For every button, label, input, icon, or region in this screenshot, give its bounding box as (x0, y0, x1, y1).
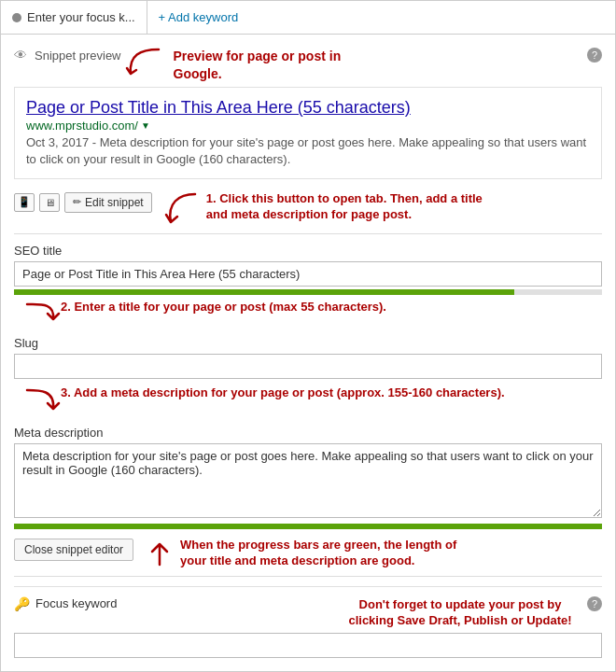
arrow-left-icon-3 (14, 385, 61, 416)
focus-keyword-tab[interactable]: Enter your focus k... (1, 1, 147, 34)
snippet-title[interactable]: Page or Post Title in This Area Here (55… (26, 97, 590, 119)
snippet-toolbar-row: 📱 🖥 ✏ Edit snippet 1. Click this button … (14, 189, 602, 228)
meta-desc-progress-bar (14, 524, 602, 529)
tab-label: Enter your focus k... (27, 10, 135, 24)
seo-title-input[interactable] (14, 261, 602, 287)
close-annotation-row: Close snippet editor When the progress b… (14, 531, 602, 570)
add-keyword-tab[interactable]: + Add keyword (147, 5, 250, 30)
focus-keyword-header: 🔑 Focus keyword (14, 596, 117, 611)
focus-keyword-help[interactable]: ? (587, 596, 602, 611)
seo-title-annotation: 2. Enter a title for your page or post (… (61, 299, 386, 315)
close-snippet-editor-button[interactable]: Close snippet editor (14, 539, 133, 561)
url-arrow-icon: ▼ (141, 120, 150, 131)
meta-description-input[interactable]: Meta description for your site's page or… (14, 443, 602, 518)
focus-keyword-input[interactable] (14, 633, 602, 658)
top-annotation-text: Preview for page or post in Google. (174, 48, 360, 83)
divider-2 (14, 576, 602, 577)
save-annotation: Don't forget to update your post by clic… (339, 596, 581, 629)
divider-1 (14, 233, 602, 234)
annotation-2-row: 2. Enter a title for your page or post (… (14, 299, 602, 327)
edit-snippet-button[interactable]: ✏ Edit snippet (64, 192, 152, 213)
focus-keyword-section: 🔑 Focus keyword Don't forget to update y… (14, 586, 602, 658)
main-panel: 👁 Snippet preview Preview for page or po… (0, 34, 616, 672)
desktop-icon[interactable]: 🖥 (39, 193, 60, 212)
pencil-icon: ✏ (73, 196, 81, 208)
meta-desc-annotation: 3. Add a meta description for your page … (61, 385, 505, 401)
seo-title-label: SEO title (14, 244, 602, 258)
tab-dot-icon (12, 13, 21, 22)
edit-snippet-annotation: 1. Click this button to open tab. Then, … (206, 190, 486, 223)
top-annotation-container: Preview for page or post in Google. (121, 48, 360, 83)
arrow-left-icon-1 (161, 190, 203, 228)
snippet-preview-help[interactable]: ? (587, 48, 602, 63)
seo-title-progress-wrap (14, 289, 602, 295)
arrow-up-icon (143, 537, 176, 570)
seo-title-progress-bar (14, 289, 514, 295)
slug-label: Slug (14, 336, 602, 350)
annotation-3-row: 3. Add a meta description for your page … (14, 385, 602, 416)
progress-annotation: When the progress bars are green, the le… (180, 537, 479, 569)
snippet-preview-header: 👁 Snippet preview (14, 48, 121, 63)
mobile-icon[interactable]: 📱 (14, 193, 35, 212)
slug-input[interactable] (14, 354, 602, 379)
search-key-icon: 🔑 (14, 596, 30, 611)
snippet-preview-box: Page or Post Title in This Area Here (55… (14, 87, 602, 179)
snippet-preview-label: Snippet preview (35, 49, 121, 63)
meta-desc-progress-wrap (14, 524, 602, 529)
eye-icon: 👁 (14, 48, 27, 63)
snippet-description: Oct 3, 2017 - Meta description for your … (26, 134, 590, 168)
add-keyword-label: + Add keyword (159, 10, 239, 24)
tab-bar: Enter your focus k... + Add keyword (0, 0, 616, 34)
snippet-url: www.mprstudio.com/ ▼ (26, 119, 590, 133)
focus-keyword-label: Focus keyword (35, 596, 117, 610)
arrow-left-down-icon (121, 48, 168, 81)
meta-description-label: Meta description (14, 426, 602, 440)
arrow-left-icon-2 (14, 299, 61, 327)
